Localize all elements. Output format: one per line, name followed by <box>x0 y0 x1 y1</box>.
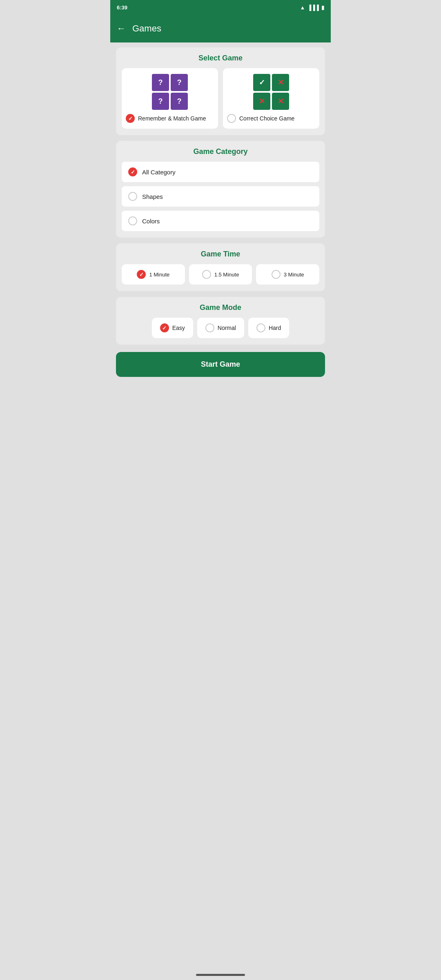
category-shapes-radio[interactable] <box>128 192 137 201</box>
remember-match-icon-grid: ? ? ? ? <box>152 74 188 110</box>
time-3min-label: 3 Minute <box>284 272 304 278</box>
grid-cell-x1: ✕ <box>272 74 289 91</box>
game-category-title: Game Category <box>122 147 319 156</box>
time-1min-label: 1 Minute <box>149 272 169 278</box>
category-shapes-label: Shapes <box>142 193 163 200</box>
category-colors-label: Colors <box>142 218 160 225</box>
signal-icon: ▐▐▐ <box>307 4 319 11</box>
mode-normal-radio[interactable] <box>205 323 214 332</box>
time-options-container: 1 Minute 1.5 Minute 3 Minute <box>122 264 319 285</box>
time-1-5min-label: 1.5 Minute <box>214 272 239 278</box>
start-game-button[interactable]: Start Game <box>116 352 325 377</box>
time-display: 6:39 <box>117 4 127 11</box>
mode-normal-label: Normal <box>218 325 236 331</box>
game-option-correct-choice[interactable]: ✓ ✕ ✕ ✕ Correct Choice Game <box>223 68 319 129</box>
time-1min[interactable]: 1 Minute <box>122 264 185 285</box>
game-mode-title: Game Mode <box>122 303 319 312</box>
app-header: ← Games <box>110 15 331 42</box>
category-all[interactable]: All Category <box>122 162 319 182</box>
bottom-spacer <box>116 383 325 415</box>
category-shapes[interactable]: Shapes <box>122 186 319 207</box>
time-1-5min[interactable]: 1.5 Minute <box>189 264 252 285</box>
grid-cell-x3: ✕ <box>272 93 289 110</box>
battery-icon: ▮ <box>321 4 324 11</box>
category-all-label: All Category <box>142 169 176 176</box>
back-button[interactable]: ← <box>117 23 126 34</box>
category-all-radio[interactable] <box>128 167 137 176</box>
select-game-title: Select Game <box>122 54 319 62</box>
mode-hard[interactable]: Hard <box>248 318 289 338</box>
correct-choice-label-row: Correct Choice Game <box>227 114 294 123</box>
grid-cell-x2: ✕ <box>253 93 270 110</box>
grid-cell-q1: ? <box>152 74 169 91</box>
category-colors[interactable]: Colors <box>122 211 319 231</box>
time-1-5min-radio[interactable] <box>202 270 211 279</box>
correct-choice-label: Correct Choice Game <box>239 115 294 122</box>
game-option-remember-match[interactable]: ? ? ? ? Remember & Match Game <box>122 68 218 129</box>
page-title: Games <box>132 23 161 34</box>
time-3min[interactable]: 3 Minute <box>256 264 319 285</box>
game-options-container: ? ? ? ? Remember & Match Game ✓ ✕ ✕ ✕ <box>122 68 319 129</box>
wifi-icon: ▲ <box>300 4 305 11</box>
category-colors-radio[interactable] <box>128 216 137 225</box>
remember-match-label-row: Remember & Match Game <box>126 114 206 123</box>
main-content: Select Game ? ? ? ? Remember & Match Gam… <box>110 42 331 420</box>
mode-hard-radio[interactable] <box>256 323 265 332</box>
grid-cell-check: ✓ <box>253 74 270 91</box>
time-1min-radio[interactable] <box>137 270 146 279</box>
grid-cell-q3: ? <box>152 93 169 110</box>
mode-hard-label: Hard <box>269 325 281 331</box>
mode-easy-radio[interactable] <box>160 323 169 332</box>
game-mode-section: Game Mode Easy Normal Hard <box>116 297 325 345</box>
remember-match-radio[interactable] <box>126 114 135 123</box>
remember-match-label: Remember & Match Game <box>138 115 206 122</box>
status-bar: 6:39 ▲ ▐▐▐ ▮ <box>110 0 331 15</box>
correct-choice-radio[interactable] <box>227 114 236 123</box>
mode-easy[interactable]: Easy <box>152 318 193 338</box>
category-options-container: All Category Shapes Colors <box>122 162 319 231</box>
grid-cell-q4: ? <box>171 93 188 110</box>
grid-cell-q2: ? <box>171 74 188 91</box>
time-3min-radio[interactable] <box>272 270 281 279</box>
select-game-section: Select Game ? ? ? ? Remember & Match Gam… <box>116 47 325 135</box>
mode-easy-label: Easy <box>172 325 185 331</box>
game-category-section: Game Category All Category Shapes Colors <box>116 141 325 238</box>
mode-options-container: Easy Normal Hard <box>122 318 319 338</box>
game-time-title: Game Time <box>122 250 319 258</box>
game-time-section: Game Time 1 Minute 1.5 Minute 3 Minute <box>116 243 325 291</box>
status-icons: ▲ ▐▐▐ ▮ <box>300 4 324 11</box>
mode-normal[interactable]: Normal <box>197 318 244 338</box>
correct-choice-icon-grid: ✓ ✕ ✕ ✕ <box>253 74 289 110</box>
